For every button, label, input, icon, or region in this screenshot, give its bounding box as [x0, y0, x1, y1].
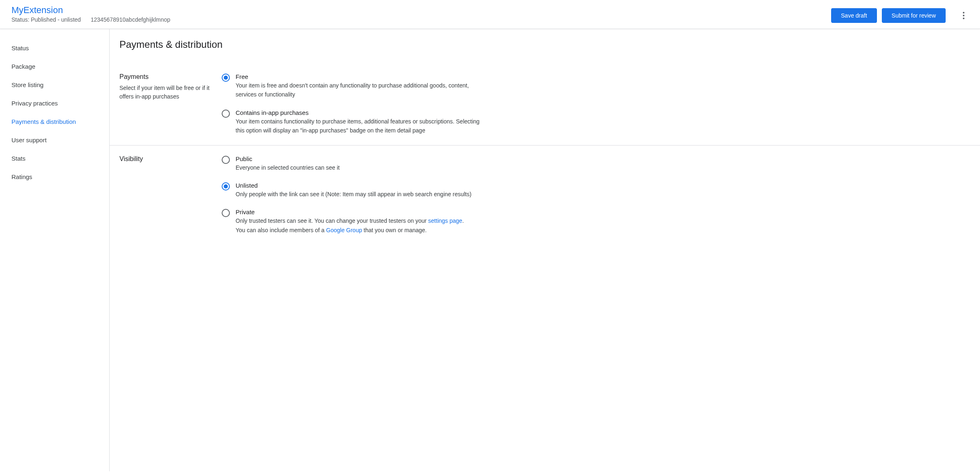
extension-title[interactable]: MyExtension — [11, 5, 170, 16]
radio-private-content: Private Only trusted testers can see it.… — [236, 208, 483, 235]
radio-unlisted-desc: Only people with the link can see it (No… — [236, 190, 483, 199]
payments-title: Payments — [119, 73, 212, 81]
payments-section: Payments Select if your item will be fre… — [110, 63, 980, 146]
payments-options: Free Your item is free and doesn't conta… — [222, 73, 483, 135]
private-desc-part3: You can also include members of a — [236, 227, 326, 233]
radio-free-content: Free Your item is free and doesn't conta… — [236, 73, 483, 99]
visibility-option-public[interactable]: Public Everyone in selected countries ca… — [222, 155, 483, 172]
radio-free[interactable] — [222, 74, 230, 82]
sidebar-item-stats[interactable]: Stats — [0, 149, 109, 168]
sidebar-item-ratings[interactable]: Ratings — [0, 168, 109, 186]
sidebar-item-privacy-practices[interactable]: Privacy practices — [0, 94, 109, 112]
visibility-options: Public Everyone in selected countries ca… — [222, 155, 483, 235]
body-wrap: Status Package Store listing Privacy pra… — [0, 29, 980, 471]
sidebar-item-store-listing[interactable]: Store listing — [0, 76, 109, 94]
header-right: Save draft Submit for review — [831, 5, 969, 23]
radio-unlisted[interactable] — [222, 182, 230, 190]
visibility-section-left: Visibility — [119, 155, 212, 235]
radio-private[interactable] — [222, 209, 230, 217]
sidebar-item-package[interactable]: Package — [0, 57, 109, 76]
radio-free-label: Free — [236, 73, 483, 80]
google-group-link[interactable]: Google Group — [326, 227, 362, 233]
radio-unlisted-label: Unlisted — [236, 182, 483, 189]
radio-iap-desc: Your item contains functionality to purc… — [236, 117, 483, 135]
radio-free-desc: Your item is free and doesn't contain an… — [236, 81, 483, 99]
settings-page-link[interactable]: settings page — [428, 217, 462, 224]
payment-option-iap[interactable]: Contains in-app purchases Your item cont… — [222, 109, 483, 135]
sidebar-item-user-support[interactable]: User support — [0, 131, 109, 149]
radio-public-content: Public Everyone in selected countries ca… — [236, 155, 483, 172]
sidebar: Status Package Store listing Privacy pra… — [0, 29, 110, 471]
status-text: Status: Published - unlisted — [11, 16, 81, 23]
radio-public-label: Public — [236, 155, 483, 162]
radio-iap-content: Contains in-app purchases Your item cont… — [236, 109, 483, 135]
payment-option-free[interactable]: Free Your item is free and doesn't conta… — [222, 73, 483, 99]
payments-description: Select if your item will be free or if i… — [119, 84, 212, 101]
radio-private-desc: Only trusted testers can see it. You can… — [236, 216, 483, 235]
header-meta: Status: Published - unlisted 12345678910… — [11, 16, 170, 23]
private-desc-part2: . — [462, 217, 464, 224]
visibility-option-unlisted[interactable]: Unlisted Only people with the link can s… — [222, 182, 483, 199]
sidebar-item-payments-distribution[interactable]: Payments & distribution — [0, 112, 109, 131]
payments-section-left: Payments Select if your item will be fre… — [119, 73, 212, 135]
private-desc-part4: that you own or manage. — [362, 227, 427, 233]
private-desc-part1: Only trusted testers can see it. You can… — [236, 217, 428, 224]
radio-private-label: Private — [236, 208, 483, 215]
main-content: Payments & distribution Payments Select … — [110, 29, 980, 471]
radio-unlisted-content: Unlisted Only people with the link can s… — [236, 182, 483, 199]
item-id-text: 12345678910abcdefghijklmnop — [91, 16, 171, 23]
header-left: MyExtension Status: Published - unlisted… — [11, 5, 170, 23]
visibility-title: Visibility — [119, 155, 212, 163]
radio-public-desc: Everyone in selected countries can see i… — [236, 163, 483, 172]
visibility-option-private[interactable]: Private Only trusted testers can see it.… — [222, 208, 483, 235]
page-title: Payments & distribution — [110, 29, 980, 63]
radio-iap[interactable] — [222, 110, 230, 118]
sidebar-item-status[interactable]: Status — [0, 39, 109, 57]
save-draft-button[interactable]: Save draft — [831, 8, 877, 23]
submit-for-review-button[interactable]: Submit for review — [882, 8, 946, 23]
radio-public[interactable] — [222, 156, 230, 164]
more-options-icon[interactable] — [959, 11, 969, 20]
radio-iap-label: Contains in-app purchases — [236, 109, 483, 116]
header: MyExtension Status: Published - unlisted… — [0, 0, 980, 29]
visibility-section: Visibility Public Everyone in selected c… — [110, 146, 980, 245]
